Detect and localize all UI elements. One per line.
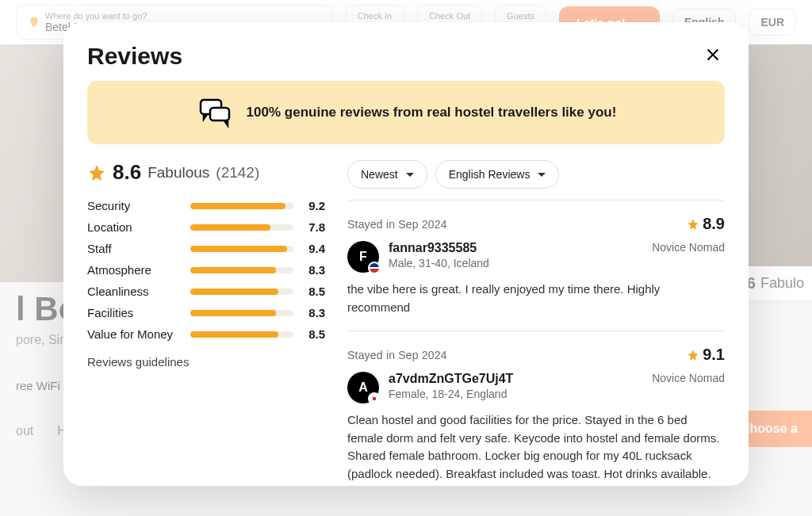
flag-icon xyxy=(368,392,381,405)
svg-rect-1 xyxy=(210,108,229,120)
stayed-label: Stayed in Sep 2024 xyxy=(347,218,447,231)
avatar: A xyxy=(347,372,379,403)
category-row: Value for Money8.5 xyxy=(87,327,325,341)
star-icon xyxy=(687,218,699,231)
category-score: 8.3 xyxy=(301,263,325,277)
category-name: Facilities xyxy=(87,306,182,319)
category-row: Security9.2 xyxy=(87,199,325,212)
review-body: Clean hostel and good facilities for the… xyxy=(347,411,725,486)
category-score: 8.5 xyxy=(301,285,325,298)
sort-dropdown[interactable]: Newest xyxy=(347,160,427,189)
category-name: Staff xyxy=(87,242,182,255)
star-icon xyxy=(687,349,699,361)
banner-text: 100% genuine reviews from real hostel tr… xyxy=(247,105,617,120)
chevron-down-icon xyxy=(538,173,546,177)
category-bar xyxy=(190,203,293,209)
category-bar xyxy=(190,246,293,252)
lang-filter-value: English Reviews xyxy=(449,168,530,181)
reviewer-username: fannar9335585 xyxy=(389,241,489,255)
overall-label: Fabulous xyxy=(147,164,209,182)
category-score: 8.5 xyxy=(301,327,325,341)
flag-icon xyxy=(368,262,381,274)
chevron-down-icon xyxy=(406,173,414,177)
review-item: Stayed in Sep 20249.1Aa7vdmZnGTGe7Uj4TFe… xyxy=(347,331,725,486)
close-button[interactable] xyxy=(701,43,725,69)
category-row: Location7.8 xyxy=(87,220,325,234)
category-name: Atmosphere xyxy=(87,263,182,277)
category-row: Facilities8.3 xyxy=(87,306,325,319)
category-bar xyxy=(190,267,293,273)
category-bar xyxy=(190,310,293,316)
category-score: 9.2 xyxy=(301,199,325,212)
category-score: 8.3 xyxy=(301,306,325,319)
modal-title: Reviews xyxy=(87,43,182,70)
reviewer-username: a7vdmZnGTGe7Uj4T xyxy=(389,372,513,386)
review-count: (2142) xyxy=(216,164,259,182)
avatar: F xyxy=(347,241,379,273)
review-score: 9.1 xyxy=(687,346,725,364)
language-filter-dropdown[interactable]: English Reviews xyxy=(435,160,560,189)
reviewer-detail: Male, 31-40, Iceland xyxy=(389,257,489,269)
star-icon xyxy=(87,163,106,182)
reviewer-detail: Female, 18-24, England xyxy=(389,388,513,400)
stayed-label: Stayed in Sep 2024 xyxy=(347,349,447,361)
category-bar xyxy=(190,224,293,231)
category-name: Cleanliness xyxy=(87,285,182,298)
review-body: the vibe here is great. I really enjoyed… xyxy=(347,281,725,316)
close-icon xyxy=(704,46,722,63)
sort-value: Newest xyxy=(361,168,398,181)
review-score: 8.9 xyxy=(687,215,725,233)
genuine-reviews-banner: 100% genuine reviews from real hostel tr… xyxy=(87,81,725,144)
category-ratings: Security9.2Location7.8Staff9.4Atmosphere… xyxy=(87,199,325,341)
category-name: Value for Money xyxy=(87,327,182,341)
category-row: Staff9.4 xyxy=(87,242,325,255)
category-score: 9.4 xyxy=(301,242,325,255)
category-name: Security xyxy=(87,199,182,212)
category-row: Cleanliness8.5 xyxy=(87,285,325,298)
category-name: Location xyxy=(87,220,182,234)
category-bar xyxy=(190,289,293,295)
reviewer-badge: Novice Nomad xyxy=(652,372,725,384)
ratings-summary: 8.6 Fabulous (2142) Security9.2Location7… xyxy=(87,160,325,486)
reviews-list: Stayed in Sep 20248.9Ffannar9335585Male,… xyxy=(347,200,725,486)
reviews-modal: Reviews 100% genuine reviews from real h… xyxy=(63,22,749,486)
category-row: Atmosphere8.3 xyxy=(87,263,325,277)
overall-score: 8.6 xyxy=(113,160,141,185)
reviewer-badge: Novice Nomad xyxy=(652,241,725,254)
reviews-guidelines-link[interactable]: Reviews guidelines xyxy=(87,355,325,369)
category-score: 7.8 xyxy=(301,220,325,234)
review-item: Stayed in Sep 20248.9Ffannar9335585Male,… xyxy=(347,201,725,331)
category-bar xyxy=(190,331,293,338)
speech-bubbles-icon xyxy=(196,97,234,128)
